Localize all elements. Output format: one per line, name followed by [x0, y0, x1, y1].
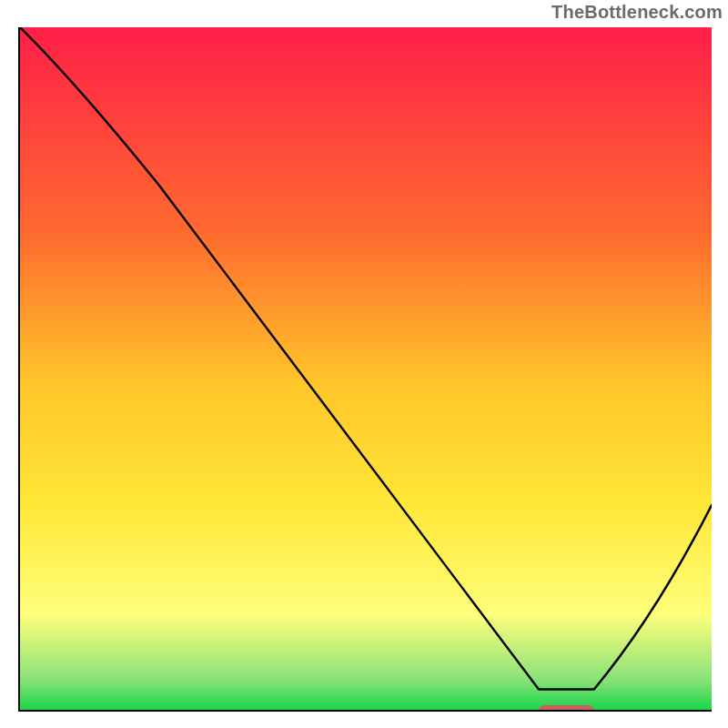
chart-stage: TheBottleneck.com: [0, 0, 728, 728]
bottleneck-curve: [20, 27, 712, 710]
plot-area: [18, 27, 712, 712]
optimal-marker: [539, 705, 594, 712]
watermark-text: TheBottleneck.com: [551, 2, 723, 23]
